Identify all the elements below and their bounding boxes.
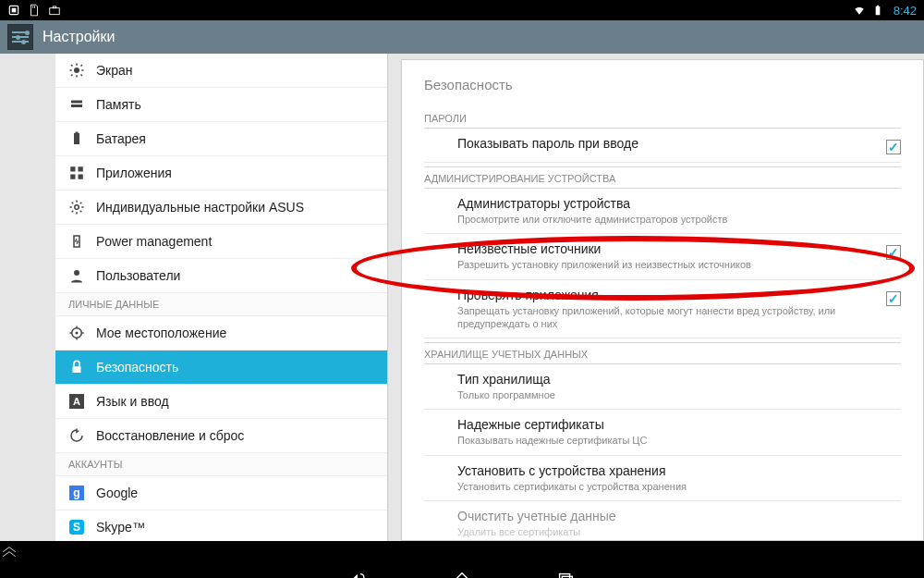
sidebar-item-label: Skype™: [96, 520, 145, 535]
app-title: Настройки: [43, 29, 115, 45]
sidebar-section-personal: ЛИЧНЫЕ ДАННЫЕ: [55, 293, 387, 316]
gear-icon: [68, 199, 85, 215]
svg-line-13: [71, 65, 73, 67]
language-icon: A: [68, 393, 85, 410]
section-credential-storage: ХРАНИЛИЩЕ УЧЕТНЫХ ДАННЫХ: [424, 342, 901, 364]
sidebar-item-label: Пользователи: [96, 268, 180, 283]
sidebar-item-users[interactable]: Пользователи: [55, 259, 387, 293]
nav-bar: [0, 541, 924, 578]
pref-verify-apps[interactable]: Проверять приложения Запрещать установку…: [424, 280, 901, 339]
sidebar-section-accounts: АККАУНТЫ: [55, 453, 387, 476]
pref-storage-type[interactable]: Тип хранилища Только программное: [424, 364, 901, 410]
pref-unknown-sources[interactable]: Неизвестные источники Разрешить установк…: [424, 234, 901, 279]
pref-device-admins[interactable]: Администраторы устройства Просмотрите ил…: [424, 189, 901, 234]
app-header: Настройки: [0, 20, 924, 54]
location-icon: [68, 325, 85, 341]
sidebar-item-label: Память: [96, 97, 141, 112]
status-bar: 8:42: [0, 0, 924, 20]
section-passwords: ПАРОЛИ: [424, 107, 901, 129]
pref-show-password[interactable]: Показывать пароль при вводе: [424, 129, 901, 163]
svg-point-27: [74, 270, 79, 276]
pref-title: Неизвестные источники: [457, 241, 875, 256]
section-admin: АДМИНИСТРИРОВАНИЕ УСТРОЙСТВА: [424, 166, 901, 189]
svg-rect-24: [79, 175, 83, 179]
svg-rect-7: [877, 6, 879, 6]
settings-sidebar[interactable]: Экран Память Батарея Приложения Индивиду…: [55, 54, 388, 541]
svg-rect-18: [71, 105, 82, 107]
screenshot-icon: [7, 4, 20, 17]
nav-home-button[interactable]: [452, 570, 472, 578]
sidebar-item-label: Индивидуальные настройки ASUS: [96, 200, 304, 215]
status-right-icons: 8:42: [853, 4, 917, 18]
checkbox-verify-apps[interactable]: [886, 291, 901, 306]
pref-title: Тип хранилища: [457, 372, 901, 387]
svg-line-16: [81, 65, 83, 67]
sidebar-item-google[interactable]: g Google: [55, 476, 387, 510]
nav-expand-icon[interactable]: [0, 541, 924, 563]
pref-sub: Запрещать установку приложений, которые …: [457, 304, 875, 331]
sidebar-item-power[interactable]: Power management: [55, 225, 387, 259]
pref-title: Показывать пароль при вводе: [457, 136, 875, 151]
display-icon: [68, 62, 85, 79]
sidebar-item-storage[interactable]: Память: [55, 88, 387, 122]
svg-rect-21: [70, 166, 75, 171]
svg-point-8: [74, 68, 79, 73]
content: Экран Память Батарея Приложения Индивиду…: [0, 54, 924, 541]
pref-sub: Просмотрите или отключите администраторо…: [457, 213, 901, 226]
battery-icon: [68, 130, 85, 147]
sidebar-item-label: Батарея: [96, 131, 146, 146]
svg-rect-6: [875, 6, 880, 15]
pref-title: Очистить учетные данные: [457, 509, 901, 523]
svg-line-15: [71, 75, 73, 77]
status-left-icons: [7, 4, 61, 17]
sidebar-item-backup[interactable]: Восстановление и сброс: [55, 419, 387, 453]
svg-rect-22: [79, 166, 83, 171]
sidebar-item-display[interactable]: Экран: [55, 54, 387, 88]
svg-rect-5: [53, 6, 56, 8]
pref-title: Установить с устройства хранения: [457, 463, 901, 478]
pref-sub: Разрешить установку приложений из неизве…: [457, 258, 875, 271]
pref-sub: Только программное: [457, 388, 901, 401]
checkbox-unknown-sources[interactable]: [886, 245, 901, 260]
pref-title: Администраторы устройства: [457, 196, 901, 211]
sd-icon: [28, 4, 41, 17]
security-panel[interactable]: Безопасность ПАРОЛИ Показывать пароль пр…: [401, 59, 924, 541]
sidebar-item-location[interactable]: Мое местоположение: [55, 316, 387, 350]
settings-app-icon: [7, 24, 33, 50]
sidebar-item-label: Google: [96, 486, 138, 500]
pref-clear-credentials[interactable]: Очистить учетные данные Удалить все серт…: [424, 501, 901, 541]
storage-icon: [68, 96, 85, 113]
sidebar-item-language[interactable]: A Язык и ввод: [55, 385, 387, 419]
svg-rect-1: [12, 8, 17, 13]
sidebar-item-security[interactable]: Безопасность: [55, 350, 387, 385]
sidebar-item-apps[interactable]: Приложения: [55, 156, 387, 191]
svg-rect-23: [70, 175, 75, 179]
nav-recent-button[interactable]: [555, 570, 576, 578]
svg-rect-2: [32, 6, 33, 7]
pref-install-from-storage[interactable]: Установить с устройства хранения Установ…: [424, 456, 901, 501]
power-icon: [68, 233, 85, 250]
sidebar-item-label: Язык и ввод: [96, 394, 169, 409]
sidebar-item-skype[interactable]: S Skype™: [55, 510, 387, 541]
checkbox-show-password[interactable]: [886, 140, 901, 154]
svg-rect-3: [34, 6, 35, 7]
screen: 8:42 Настройки Экран Память Батарея: [0, 0, 924, 578]
svg-rect-34: [73, 366, 81, 373]
panel-title: Безопасность: [424, 77, 901, 92]
sidebar-item-asus[interactable]: Индивидуальные настройки ASUS: [55, 191, 387, 225]
svg-rect-4: [50, 8, 60, 15]
svg-rect-20: [76, 132, 79, 134]
panel-wrap: Безопасность ПАРОЛИ Показывать пароль пр…: [388, 54, 924, 541]
google-icon: g: [68, 485, 85, 501]
sidebar-item-battery[interactable]: Батарея: [55, 122, 387, 156]
sidebar-item-label: Восстановление и сброс: [96, 428, 244, 443]
sidebar-item-label: Экран: [96, 63, 133, 78]
lock-icon: [68, 359, 85, 375]
wifi-icon: [853, 4, 866, 17]
pref-trusted-credentials[interactable]: Надежные сертификаты Показывать надежные…: [424, 410, 901, 455]
sidebar-item-label: Приложения: [96, 166, 172, 180]
nav-back-button[interactable]: [348, 570, 369, 578]
sidebar-item-label: Безопасность: [96, 360, 178, 375]
svg-line-14: [81, 75, 83, 77]
backup-icon: [68, 427, 85, 444]
